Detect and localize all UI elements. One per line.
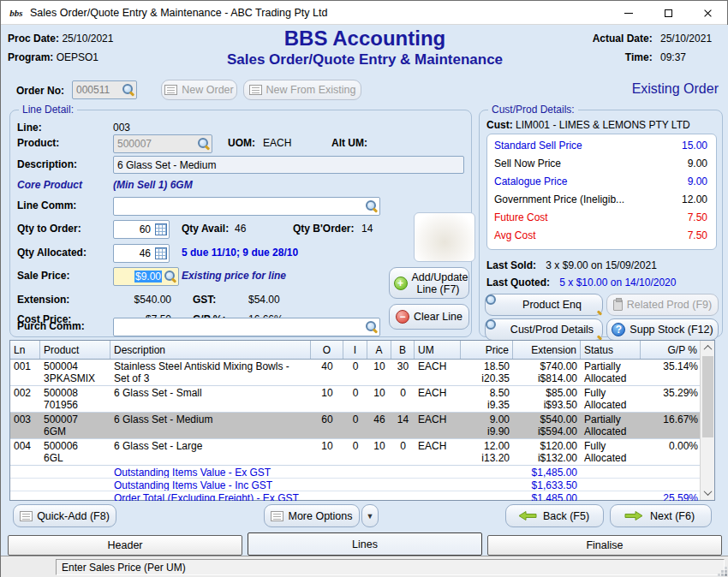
last-sold-value: 3 x $9.00 on 15/09/2021 [546,259,656,271]
more-options-button[interactable]: More Options [264,504,360,527]
product-input[interactable] [114,135,212,152]
qty-border-label: Qty B'Order: [293,223,355,235]
order-no-field[interactable] [72,80,137,99]
actual-date-label: Actual Date: [593,33,653,45]
back-button[interactable]: Back (F5) [505,504,604,527]
column-header[interactable]: Price [461,341,513,359]
column-header[interactable]: Extension [513,341,581,359]
product-image-button[interactable] [414,212,475,262]
scroll-down-icon[interactable] [701,485,715,500]
new-from-existing-button[interactable]: New From Existing [243,80,361,100]
column-header[interactable]: A [367,341,391,359]
price-list-item[interactable]: Government Price (Ineligib...12.00 [487,191,716,209]
search-icon [494,324,506,336]
description-field[interactable] [113,156,464,174]
purch-comm-search-icon[interactable] [366,321,378,333]
table-row[interactable]: 0045000066GL6 Glass Set - Large100100EAC… [10,439,714,466]
column-header[interactable]: Ln [10,341,40,359]
qty-allocated-field[interactable] [113,244,170,263]
gst-value: $54.00 [248,294,280,306]
main-content: Proc Date: 25/10/2021 Program: OEPSO1 BB… [1,25,728,577]
app-window: bbs Sales Order/Quote Entry & Maintenanc… [0,0,728,577]
purch-comm-label: Purch Comm: [17,320,85,332]
purch-comm-field[interactable] [113,318,380,336]
clear-line-button[interactable]: − Clear Line [389,304,469,330]
column-header[interactable]: O [311,341,343,359]
column-header[interactable]: Description [110,341,311,359]
column-header[interactable]: UM [415,341,461,359]
purch-comm-input[interactable] [114,318,379,336]
qty-to-order-label: Qty to Order: [17,223,81,235]
line-label: Line: [17,122,42,134]
header-right: Actual Date: 25/10/2021 Time: 09:37 [593,33,720,70]
qty-to-order-field[interactable] [113,220,170,239]
sale-price-field[interactable]: $9.00 [113,267,179,286]
help-icon: ? [612,323,625,336]
column-header[interactable]: Status [581,341,641,359]
time-label: Time: [625,51,653,63]
table-row[interactable]: 0015000043PKASMIXStainless Steel Antiski… [10,360,714,386]
search-icon [506,299,518,311]
next-arrow-icon [624,510,643,521]
line-comm-search-icon[interactable] [366,200,378,212]
cust-prod-details-button[interactable]: Cust/Prod Details [485,318,603,341]
line-detail-group-title: Line Detail: [19,104,77,116]
price-list-item[interactable]: Future Cost7.50 [487,209,716,227]
product-search-icon[interactable] [198,138,210,150]
tab-finalise[interactable]: Finalise [487,535,722,556]
product-field[interactable] [113,134,212,153]
title-bar: bbs Sales Order/Quote Entry & Maintenanc… [1,1,727,25]
description-input[interactable] [114,157,463,173]
sale-price-note: Existing price for line [182,270,286,282]
next-button[interactable]: Next (F6) [610,504,712,527]
min-sell-note: (Min Sell 1) 6GM [113,179,193,191]
order-search-icon[interactable] [122,84,134,96]
product-enq-button[interactable]: Product Enq [485,294,603,316]
line-comm-field[interactable] [113,197,380,216]
new-order-button[interactable]: New Order [161,80,237,100]
column-header[interactable]: I [343,341,367,359]
allocation-note: 5 due 11/10; 9 due 28/10 [182,247,298,259]
calculator-icon[interactable] [155,247,167,259]
actual-date-value: 25/10/2021 [660,33,720,45]
sale-price-value[interactable]: $9.00 [134,271,162,283]
line-comm-input[interactable] [114,198,379,215]
more-options-icon [271,511,283,521]
table-row[interactable]: 0035000076GM6 Glass Set - Medium6004614E… [10,413,714,439]
qty-border-value: 14 [361,223,373,235]
price-list-item[interactable]: Avg Cost7.50 [487,227,716,245]
extension-label: Extension: [17,294,69,306]
vertical-scrollbar[interactable] [700,341,714,500]
new-order-icon [164,85,177,95]
calculator-icon[interactable] [155,223,167,235]
table-header-row: LnProductDescriptionOIABUMPriceExtension… [10,341,714,360]
minimize-button[interactable] [609,1,648,25]
tab-header[interactable]: Header [8,535,242,556]
line-detail-group: Line Detail: Line: 003 Product: UOM: EAC… [9,110,472,337]
table-row[interactable]: 0025000087019566 Glass Set - Small100100… [10,386,714,413]
scroll-up-icon[interactable] [701,341,715,355]
column-header[interactable]: B [391,341,415,359]
close-button[interactable] [688,1,727,25]
price-list-item[interactable]: Catalogue Price9.00 [487,173,716,191]
add-update-line-button[interactable]: + Add/Update Line (F7) [389,267,469,299]
tab-lines[interactable]: Lines [248,532,482,556]
maximize-button[interactable] [648,1,688,25]
order-lines-table: LnProductDescriptionOIABUMPriceExtension… [9,340,715,501]
cust-prod-group: Cust/Prod Details: Cust: LIM001 - LIMES … [479,110,723,337]
scrollbar-thumb[interactable] [702,356,713,437]
more-options-dropdown-button[interactable]: ▼ [361,504,379,527]
quick-add-button[interactable]: Quick-Add (F8) [13,504,116,527]
price-list-item[interactable]: Sell Now Price9.00 [487,155,716,173]
related-prod-button[interactable]: Related Prod (F9) [606,294,719,316]
last-quoted-label: Last Quoted: [486,277,550,288]
supp-stock-button[interactable]: ? Supp Stock (F12) [606,318,719,341]
status-message: Enter Sales Price (Per UM) [62,562,186,574]
price-list-item[interactable]: Standard Sell Price15.00 [487,137,716,155]
resize-grip[interactable] [725,574,727,576]
sale-price-search-icon[interactable] [164,271,176,283]
uom-value: EACH [263,137,291,149]
column-header[interactable]: Product [40,341,110,359]
column-header[interactable]: G/P % [641,341,701,359]
qty-avail-label: Qty Avail: [182,223,229,235]
